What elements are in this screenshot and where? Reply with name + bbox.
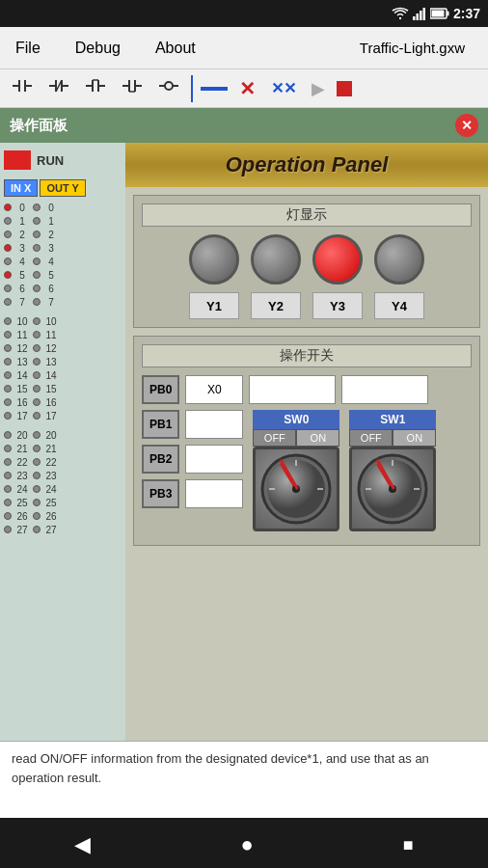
wifi-icon [392, 7, 409, 20]
window-titlebar: 操作面板 ✕ [0, 108, 488, 143]
lamp-label-Y2: Y2 [251, 292, 301, 319]
in-dot-2 [4, 231, 12, 238]
toolbar-contact-no[interactable] [8, 73, 37, 103]
pb0-button[interactable]: PB0 [142, 375, 179, 404]
lamp-label-Y3: Y3 [312, 292, 363, 319]
svg-rect-5 [447, 12, 448, 16]
toolbar-play[interactable]: ▶ [308, 76, 329, 101]
signal-icon [413, 7, 426, 20]
nav-recents-button[interactable]: ■ [403, 835, 414, 855]
toolbar-delete[interactable]: ✕ [235, 75, 259, 102]
pb2-input [185, 445, 243, 474]
svg-rect-6 [431, 11, 444, 17]
status-time: 2:37 [453, 6, 480, 21]
switch-row-1: PB1 PB2 PB3 SW0 [142, 410, 472, 531]
status-bar: 2:37 [0, 0, 488, 27]
io-header: IN X OUT Y [4, 179, 122, 197]
toolbar-contact-n[interactable] [118, 73, 147, 103]
svg-rect-3 [422, 8, 425, 20]
menu-title: Traffic-Light.gxw [360, 40, 465, 56]
battery-icon [430, 8, 449, 19]
sw1-off[interactable]: OFF [349, 429, 393, 447]
menu-bar: File Debug About Traffic-Light.gxw [0, 27, 488, 69]
panel-layout: RUN IN X OUT Y 0 0 1 1 [0, 143, 488, 741]
left-panel: RUN IN X OUT Y 0 0 1 1 [0, 143, 125, 741]
toolbar-line[interactable] [201, 87, 228, 91]
out-badge: OUT Y [40, 179, 85, 197]
pb2-button[interactable]: PB2 [142, 445, 179, 474]
io-row: 6 6 [4, 282, 122, 295]
pb3-button[interactable]: PB3 [142, 479, 179, 508]
svg-point-37 [364, 460, 421, 518]
menu-about[interactable]: About [148, 36, 203, 61]
in-dot-1 [4, 217, 12, 225]
pb3-input [185, 479, 243, 508]
io-row: 16 16 [4, 395, 122, 409]
io-row: 1 1 [4, 214, 122, 228]
status-icons: 2:37 [392, 6, 480, 21]
io-row: 24 24 [4, 482, 122, 496]
io-row: 2 2 [4, 228, 122, 241]
in-badge: IN X [4, 179, 38, 197]
io-row: 5 5 [4, 268, 122, 282]
toolbar-cross[interactable]: ✕✕ [267, 77, 300, 99]
in-dot-3 [4, 244, 12, 252]
menu-debug[interactable]: Debug [68, 36, 128, 61]
sw0-knob[interactable] [253, 447, 339, 531]
sw1-on[interactable]: ON [393, 429, 436, 447]
io-row: 26 26 [4, 509, 122, 523]
sw1-onoff: OFF ON [349, 429, 436, 447]
empty-box-2 [341, 375, 428, 404]
io-row: 23 23 [4, 469, 122, 482]
nav-back-button[interactable]: ◀ [74, 832, 91, 857]
op-panel-title: Operation Panel [226, 152, 389, 176]
close-button[interactable]: ✕ [455, 114, 478, 137]
text-area: read ON/OFF information from the designa… [0, 741, 488, 818]
sw0-on[interactable]: ON [296, 429, 339, 447]
io-row: 27 27 [4, 523, 122, 536]
in-dot-4 [4, 258, 12, 265]
sw0-onoff: OFF ON [253, 429, 339, 447]
switch-row-0: PB0 X0 [142, 375, 472, 404]
io-row: 4 4 [4, 255, 122, 268]
io-row: 25 25 [4, 496, 122, 509]
out-dot-7 [33, 298, 41, 306]
io-row: 20 20 [4, 428, 122, 442]
toolbar-stop[interactable] [337, 81, 352, 96]
empty-box-1 [249, 375, 336, 404]
io-rows-group1: 0 0 1 1 2 2 3 [4, 201, 122, 309]
lamp-Y4 [374, 234, 424, 285]
op-panel-header: Operation Panel [125, 143, 488, 187]
text-content: read ON/OFF information from the designa… [12, 751, 429, 785]
toolbar-contact-nc[interactable] [44, 73, 73, 103]
io-row: 0 0 [4, 201, 122, 214]
io-row: 15 15 [4, 382, 122, 395]
x0-input: X0 [185, 375, 243, 404]
menu-file[interactable]: File [8, 36, 48, 61]
out-dot-1 [33, 217, 41, 225]
nav-bar: ◀ ● ■ [0, 818, 488, 868]
io-row: 12 12 [4, 341, 122, 355]
lamp-label-Y4: Y4 [374, 292, 424, 319]
run-led [4, 150, 31, 170]
in-dot-6 [4, 285, 12, 292]
out-dot-6 [33, 285, 41, 292]
io-rows-group2: 10 10 11 11 12 12 13 [4, 314, 122, 422]
sw1-container: SW1 OFF ON [349, 410, 436, 531]
toolbar-coil[interactable] [154, 73, 183, 103]
sw1-label: SW1 [349, 410, 436, 429]
pb1-button[interactable]: PB1 [142, 410, 179, 439]
toolbar-contact-p[interactable] [81, 73, 110, 103]
out-dot-4 [33, 258, 41, 265]
sw1-knob[interactable] [349, 447, 436, 531]
in-dot-7 [4, 298, 12, 306]
lamp-Y3 [312, 234, 363, 285]
out-dot-0 [33, 203, 41, 211]
svg-point-39 [389, 485, 396, 493]
io-row: 14 14 [4, 368, 122, 382]
svg-rect-1 [416, 14, 419, 20]
sw0-off[interactable]: OFF [253, 429, 296, 447]
svg-point-30 [267, 460, 325, 518]
nav-home-button[interactable]: ● [240, 832, 253, 857]
sw0-label: SW0 [253, 410, 339, 429]
